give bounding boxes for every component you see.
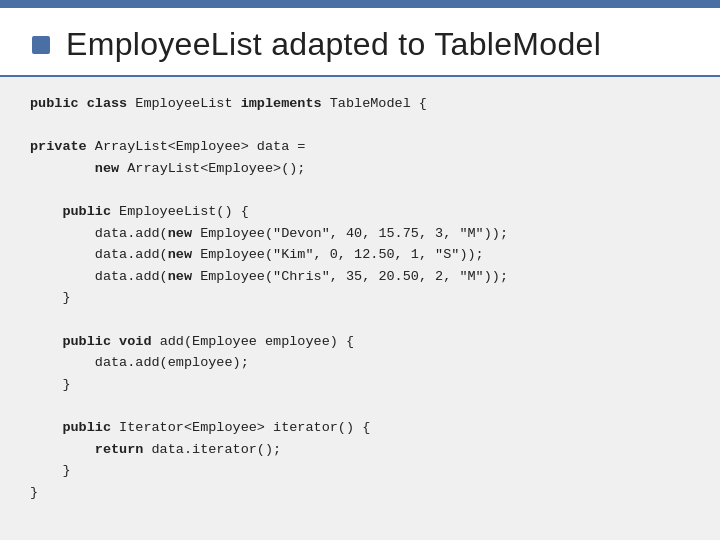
header: EmployeeList adapted to TableModel: [0, 8, 720, 75]
code-block: public class EmployeeList implements Tab…: [30, 93, 690, 503]
page-title: EmployeeList adapted to TableModel: [66, 26, 601, 63]
code-container: public class EmployeeList implements Tab…: [0, 77, 720, 540]
top-bar: [0, 0, 720, 8]
svg-rect-0: [32, 36, 50, 54]
page: EmployeeList adapted to TableModel publi…: [0, 0, 720, 540]
bullet-icon: [30, 34, 52, 56]
